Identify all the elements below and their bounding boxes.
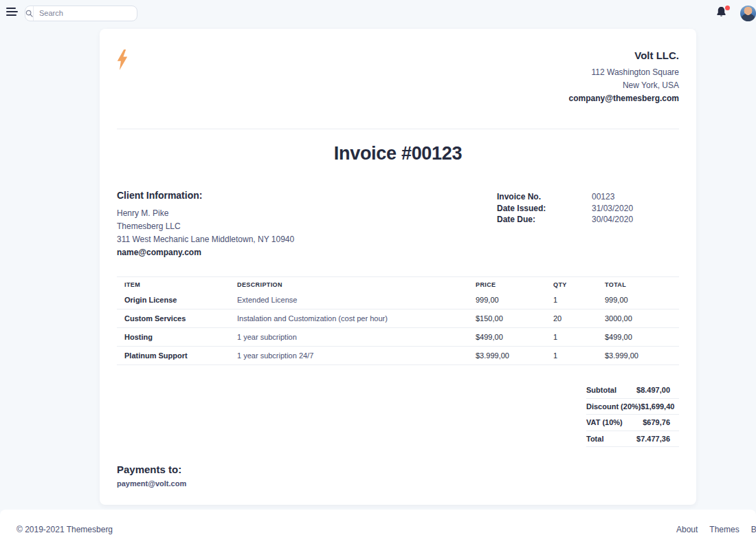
item-cell: Custom Services — [117, 309, 230, 328]
invoice-card: Volt LLC. 112 Washington Square New York… — [100, 29, 696, 505]
company-address-line2: New York, USA — [569, 79, 679, 92]
qty-cell: 1 — [546, 328, 597, 347]
qty-cell: 20 — [546, 309, 597, 328]
table-row: Custom Services Instalation and Customiz… — [117, 309, 679, 328]
copyright-text: © 2019-2021 Themesberg — [16, 525, 113, 534]
column-header-total: Total — [597, 277, 679, 292]
client-address: 311 West Mechanic Lane Middletown, NY 10… — [117, 233, 497, 246]
vat-value: $679,76 — [643, 418, 679, 426]
invoice-number-label: Invoice No. — [497, 191, 592, 203]
date-due-value: 30/04/2020 — [592, 214, 679, 226]
total-cell: 3000,00 — [597, 309, 679, 328]
payments-section: Payments to: payment@volt.com — [117, 464, 679, 488]
item-cell: Origin License — [117, 291, 230, 309]
invoice-number-row: Invoice No. 00123 — [497, 191, 679, 203]
client-email: name@company.com — [117, 246, 497, 259]
client-information: Client Information: Henry M. Pike Themes… — [117, 190, 497, 259]
table-row: Platinum Support 1 year subcription 24/7… — [117, 347, 679, 365]
item-cell: Platinum Support — [117, 347, 230, 365]
item-cell: Hosting — [117, 328, 230, 347]
invoice-number-value: 00123 — [592, 191, 679, 203]
client-name: Henry M. Pike — [117, 207, 497, 220]
total-cell: $499,00 — [597, 328, 679, 347]
table-row: Origin License Extended License 999,00 1… — [117, 291, 679, 309]
description-cell: 1 year subcription 24/7 — [230, 347, 468, 365]
invoice-totals: Subtotal $8.497,00 Discount (20%) $1,699… — [586, 382, 679, 447]
date-issued-label: Date Issued: — [497, 203, 592, 215]
sidebar-toggle-button[interactable] — [3, 4, 21, 22]
date-due-label: Date Due: — [497, 214, 592, 226]
date-due-row: Date Due: 30/04/2020 — [497, 214, 679, 226]
vat-row: VAT (10%) $679,76 — [586, 415, 679, 431]
invoice-meta: Invoice No. 00123 Date Issued: 31/03/202… — [497, 190, 679, 259]
notification-badge — [725, 6, 730, 10]
price-cell: $150,00 — [468, 309, 546, 328]
date-issued-value: 31/03/2020 — [592, 203, 679, 215]
vat-label: VAT (10%) — [586, 418, 623, 426]
total-cell: 999,00 — [597, 291, 679, 309]
user-avatar[interactable] — [740, 6, 756, 21]
client-company: Themesberg LLC — [117, 220, 497, 233]
column-header-price: Price — [468, 277, 546, 292]
company-info: Volt LLC. 112 Washington Square New York… — [569, 50, 679, 105]
top-navbar — [0, 0, 756, 26]
company-address-line1: 112 Washington Square — [569, 66, 679, 79]
navbar-right — [715, 0, 756, 26]
date-issued-row: Date Issued: 31/03/2020 — [497, 203, 679, 215]
notifications-button[interactable] — [715, 6, 731, 21]
search-box — [25, 6, 137, 21]
qty-cell: 1 — [546, 347, 597, 365]
description-cell: 1 year subcription — [230, 328, 468, 347]
subtotal-row: Subtotal $8.497,00 — [586, 382, 679, 399]
search-icon — [25, 6, 34, 21]
footer-link-about[interactable]: About — [676, 525, 698, 534]
invoice-items-table: Item Description Price Qty Total Origin … — [117, 276, 679, 365]
lightning-bolt-icon — [117, 50, 128, 70]
discount-value: $1,699,40 — [641, 402, 683, 411]
search-input[interactable] — [34, 6, 137, 21]
column-header-qty: Qty — [546, 277, 597, 292]
description-cell: Extended License — [230, 291, 468, 309]
payments-heading: Payments to: — [117, 464, 679, 475]
column-header-description: Description — [230, 277, 468, 292]
discount-label: Discount (20%) — [586, 402, 641, 411]
total-value: $7.477,36 — [636, 435, 679, 443]
total-row: Total $7.477,36 — [586, 431, 679, 448]
company-logo — [117, 50, 128, 105]
table-header-row: Item Description Price Qty Total — [117, 277, 679, 292]
table-row: Hosting 1 year subcription $499,00 1 $49… — [117, 328, 679, 347]
subtotal-value: $8.497,00 — [636, 386, 679, 394]
footer-link-themes[interactable]: Themes — [709, 525, 739, 534]
header-divider — [117, 129, 679, 129]
subtotal-label: Subtotal — [586, 386, 616, 394]
total-cell: $3.999,00 — [597, 347, 679, 365]
price-cell: $3.999,00 — [468, 347, 546, 365]
qty-cell: 1 — [546, 291, 597, 309]
invoice-info-row: Client Information: Henry M. Pike Themes… — [117, 190, 679, 259]
page-footer: © 2019-2021 Themesberg About Themes Blog… — [0, 510, 756, 544]
price-cell: $499,00 — [468, 328, 546, 347]
price-cell: 999,00 — [468, 291, 546, 309]
column-header-item: Item — [117, 277, 230, 292]
footer-links: About Themes Blog Contact — [676, 525, 756, 534]
client-heading: Client Information: — [117, 190, 497, 201]
company-email: company@themesberg.com — [569, 92, 679, 105]
description-cell: Instalation and Customization (cost per … — [230, 309, 468, 328]
hamburger-icon — [6, 6, 18, 20]
page: Volt LLC. 112 Washington Square New York… — [0, 0, 756, 544]
discount-row: Discount (20%) $1,699,40 — [586, 399, 679, 415]
total-label: Total — [586, 435, 603, 443]
company-name: Volt LLC. — [569, 50, 679, 61]
footer-link-blog[interactable]: Blog — [751, 525, 756, 534]
invoice-header: Volt LLC. 112 Washington Square New York… — [117, 50, 679, 105]
payments-email: payment@volt.com — [117, 479, 679, 488]
invoice-title: Invoice #00123 — [117, 143, 679, 164]
